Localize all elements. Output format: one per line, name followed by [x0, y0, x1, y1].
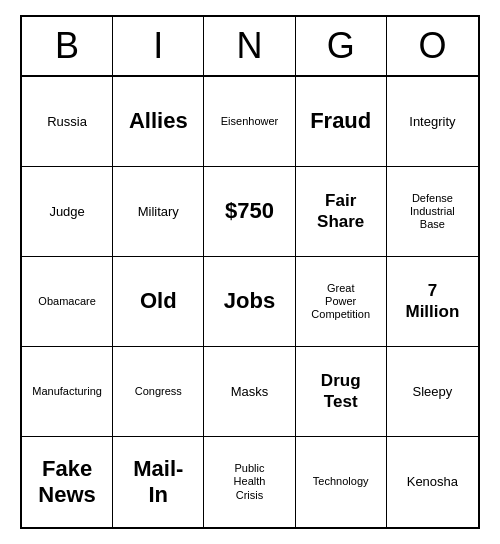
header-letter: I: [113, 17, 204, 75]
bingo-grid: RussiaAlliesEisenhowerFraudIntegrityJudg…: [22, 77, 478, 527]
bingo-cell: Congress: [113, 347, 204, 437]
cell-text: Mail-In: [133, 456, 183, 509]
bingo-cell: DefenseIndustrialBase: [387, 167, 478, 257]
header-letter: B: [22, 17, 113, 75]
bingo-cell: Kenosha: [387, 437, 478, 527]
bingo-cell: Eisenhower: [204, 77, 295, 167]
cell-text: Sleepy: [413, 384, 453, 400]
header-letter: O: [387, 17, 478, 75]
header-letter: G: [296, 17, 387, 75]
bingo-cell: Sleepy: [387, 347, 478, 437]
cell-text: Integrity: [409, 114, 455, 130]
cell-text: Old: [140, 288, 177, 314]
bingo-cell: Fraud: [296, 77, 387, 167]
bingo-card: BINGO RussiaAlliesEisenhowerFraudIntegri…: [20, 15, 480, 529]
cell-text: Judge: [49, 204, 84, 220]
bingo-cell: DrugTest: [296, 347, 387, 437]
cell-text: Russia: [47, 114, 87, 130]
bingo-cell: GreatPowerCompetition: [296, 257, 387, 347]
bingo-cell: Technology: [296, 437, 387, 527]
cell-text: DrugTest: [321, 371, 361, 412]
bingo-cell: Allies: [113, 77, 204, 167]
cell-text: Allies: [129, 108, 188, 134]
bingo-cell: FairShare: [296, 167, 387, 257]
cell-text: FairShare: [317, 191, 364, 232]
cell-text: Jobs: [224, 288, 275, 314]
bingo-cell: PublicHealthCrisis: [204, 437, 295, 527]
cell-text: Obamacare: [38, 295, 95, 308]
bingo-cell: Integrity: [387, 77, 478, 167]
bingo-cell: Jobs: [204, 257, 295, 347]
bingo-cell: $750: [204, 167, 295, 257]
cell-text: FakeNews: [38, 456, 95, 509]
cell-text: Eisenhower: [221, 115, 278, 128]
bingo-cell: Judge: [22, 167, 113, 257]
bingo-cell: Military: [113, 167, 204, 257]
bingo-cell: FakeNews: [22, 437, 113, 527]
bingo-cell: Masks: [204, 347, 295, 437]
header-letter: N: [204, 17, 295, 75]
cell-text: Masks: [231, 384, 269, 400]
cell-text: 7Million: [405, 281, 459, 322]
bingo-cell: 7Million: [387, 257, 478, 347]
cell-text: DefenseIndustrialBase: [410, 192, 455, 232]
bingo-cell: Obamacare: [22, 257, 113, 347]
bingo-cell: Mail-In: [113, 437, 204, 527]
cell-text: Military: [138, 204, 179, 220]
bingo-cell: Manufacturing: [22, 347, 113, 437]
cell-text: PublicHealthCrisis: [234, 462, 266, 502]
cell-text: Kenosha: [407, 474, 458, 490]
cell-text: Congress: [135, 385, 182, 398]
bingo-cell: Russia: [22, 77, 113, 167]
cell-text: Manufacturing: [32, 385, 102, 398]
bingo-cell: Old: [113, 257, 204, 347]
cell-text: $750: [225, 198, 274, 224]
cell-text: GreatPowerCompetition: [311, 282, 370, 322]
cell-text: Technology: [313, 475, 369, 488]
cell-text: Fraud: [310, 108, 371, 134]
bingo-header: BINGO: [22, 17, 478, 77]
